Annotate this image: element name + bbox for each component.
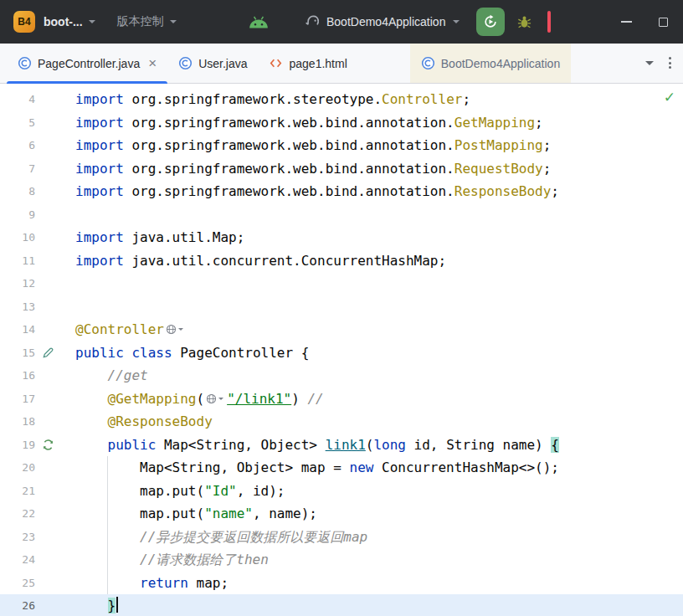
code-line[interactable]: 13 [0, 295, 683, 319]
code-line[interactable]: 10import java.util.Map; [0, 226, 683, 249]
line-number[interactable]: 23 [0, 526, 35, 549]
gutter-spacer [35, 526, 75, 549]
gutter-spacer [35, 88, 75, 111]
profiler-indicator[interactable] [547, 11, 551, 33]
line-number[interactable]: 4 [0, 88, 35, 111]
tab-label: User.java [198, 57, 247, 70]
line-number[interactable]: 21 [0, 480, 35, 503]
code-line[interactable]: 12 [0, 272, 683, 295]
java-class-file-icon [178, 56, 193, 70]
tab-page1-html[interactable]: page1.html [258, 44, 357, 83]
code-line[interactable]: 18 @ResponseBody [0, 410, 683, 434]
code-line[interactable]: 11import java.util.concurrent.Concurrent… [0, 249, 683, 273]
code-line[interactable]: 4import org.springframework.stereotype.C… [0, 88, 683, 111]
code-line[interactable]: 21 map.put("Id", id); [0, 480, 683, 503]
run-button[interactable] [476, 8, 505, 36]
tab-label: BootDemo4Application [441, 57, 560, 70]
chevron-down-icon [453, 20, 460, 23]
code-line[interactable]: 7import org.springframework.web.bind.ann… [0, 157, 683, 181]
gutter-spacer [35, 203, 75, 227]
chevron-down-icon [89, 20, 95, 23]
code-text [75, 295, 683, 319]
inspections-ok-icon[interactable]: ✓ [664, 89, 675, 105]
code-line[interactable]: 15public class PageController { [0, 341, 683, 365]
code-text: import org.springframework.web.bind.anno… [75, 134, 683, 157]
code-line[interactable]: 22 map.put("name", name); [0, 502, 683, 526]
project-logo[interactable]: B4 [13, 11, 35, 33]
code-text: import java.util.concurrent.ConcurrentHa… [75, 249, 683, 273]
line-number[interactable]: 15 [0, 341, 35, 365]
line-number[interactable]: 19 [0, 434, 35, 457]
line-number[interactable]: 20 [0, 456, 35, 480]
vcs-widget[interactable]: 版本控制 [104, 14, 177, 29]
code-text [75, 203, 683, 227]
run-configuration-name: BootDemo4Application [326, 15, 445, 28]
hidden-tabs-chevron-icon[interactable] [645, 61, 654, 65]
line-number[interactable]: 6 [0, 134, 35, 157]
code-line[interactable]: 5import org.springframework.web.bind.ann… [0, 111, 683, 135]
gutter-spacer [35, 388, 75, 411]
code-line[interactable]: 25 return map; [0, 572, 683, 595]
editor-tab-bar: PageController.java×User.javapage1.htmlB… [0, 44, 683, 84]
html-file-icon [269, 56, 283, 70]
tab-bootdemo4application[interactable]: BootDemo4Application [410, 44, 571, 83]
endpoint-gutter-icon[interactable] [35, 434, 75, 457]
line-number[interactable]: 16 [0, 364, 35, 388]
code-line[interactable]: 23 //异步提交要返回数据所以要返回map [0, 526, 683, 549]
code-text: @Controller [75, 318, 683, 341]
line-number[interactable]: 9 [0, 203, 35, 227]
line-number[interactable]: 8 [0, 180, 35, 203]
code-line[interactable]: 19 public Map<String, Object> link1(long… [0, 434, 683, 457]
tab-options-kebab-icon[interactable] [669, 57, 671, 69]
code-line[interactable]: 24 //请求数据给了then [0, 548, 683, 572]
line-number[interactable]: 26 [0, 594, 35, 616]
debug-button[interactable] [516, 14, 532, 30]
code-line[interactable]: 16 //get [0, 364, 683, 388]
line-number[interactable]: 5 [0, 111, 35, 135]
code-line[interactable]: 6import org.springframework.web.bind.ann… [0, 134, 683, 157]
tab-user-java[interactable]: User.java [167, 44, 258, 83]
code-text: public Map<String, Object> link1(long id… [75, 434, 683, 457]
gutter-spacer [35, 134, 75, 157]
line-number[interactable]: 10 [0, 226, 35, 249]
gutter-spacer [35, 272, 75, 295]
tab-pagecontroller-java[interactable]: PageController.java× [7, 44, 167, 83]
android-icon[interactable] [248, 15, 270, 29]
text-caret [116, 597, 118, 613]
maximize-icon[interactable] [659, 18, 668, 27]
project-widget[interactable]: boot-... [44, 15, 95, 28]
run-configuration-selector[interactable]: BootDemo4Application [305, 14, 460, 30]
line-number[interactable]: 12 [0, 272, 35, 295]
tab-label: PageController.java [38, 57, 140, 70]
line-number[interactable]: 11 [0, 249, 35, 273]
line-number[interactable]: 7 [0, 157, 35, 181]
code-line[interactable]: 20 Map<String, Object> map = new Concurr… [0, 456, 683, 480]
code-line[interactable]: 14@Controller [0, 318, 683, 341]
line-number[interactable]: 13 [0, 295, 35, 319]
vcs-label: 版本控制 [117, 14, 164, 29]
line-number[interactable]: 18 [0, 410, 35, 434]
pen-gutter-icon[interactable] [35, 341, 75, 365]
close-tab-icon[interactable]: × [148, 56, 157, 70]
code-text: } [75, 594, 683, 616]
url-mapping-globe-icon[interactable] [166, 324, 183, 335]
code-editor[interactable]: 4import org.springframework.stereotype.C… [0, 84, 683, 616]
code-text: return map; [75, 572, 683, 595]
minimize-icon[interactable] [621, 21, 632, 23]
line-number[interactable]: 14 [0, 318, 35, 341]
gutter-spacer [35, 572, 75, 595]
code-text: public class PageController { [75, 341, 683, 365]
chevron-down-icon [170, 20, 177, 23]
code-line[interactable]: 9 [0, 203, 683, 227]
code-lines: 4import org.springframework.stereotype.C… [0, 88, 683, 616]
code-line[interactable]: 8import org.springframework.web.bind.ann… [0, 180, 683, 203]
gutter-spacer [35, 502, 75, 526]
line-number[interactable]: 24 [0, 548, 35, 572]
line-number[interactable]: 22 [0, 502, 35, 526]
code-line[interactable]: 26 } [0, 594, 683, 616]
code-line[interactable]: 17 @GetMapping("/link1") // [0, 388, 683, 411]
line-number[interactable]: 25 [0, 572, 35, 595]
line-number[interactable]: 17 [0, 388, 35, 411]
url-mapping-globe-icon[interactable] [206, 393, 223, 404]
code-text: Map<String, Object> map = new Concurrent… [75, 456, 683, 480]
